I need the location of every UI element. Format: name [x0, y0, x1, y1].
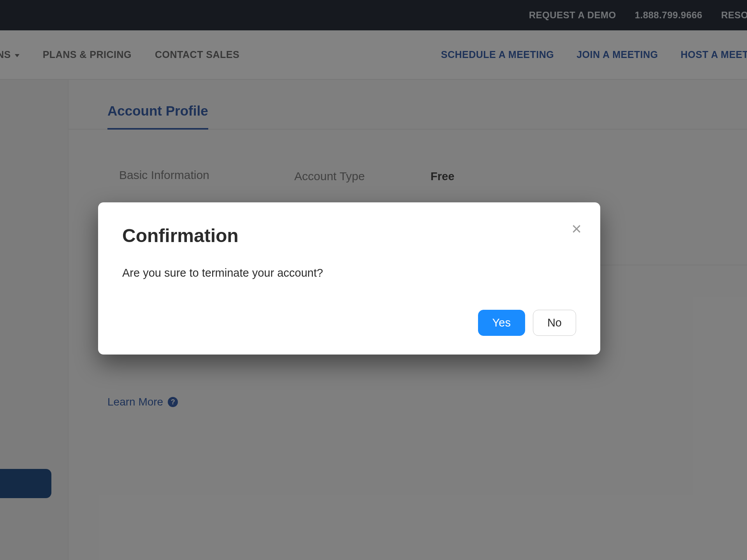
confirmation-modal: × Confirmation Are you sure to terminate…: [98, 202, 600, 355]
modal-overlay[interactable]: × Confirmation Are you sure to terminate…: [0, 0, 747, 560]
modal-footer: Yes No: [122, 310, 576, 336]
modal-body-text: Are you sure to terminate your account?: [122, 267, 576, 279]
close-icon[interactable]: ×: [571, 220, 582, 237]
yes-button[interactable]: Yes: [478, 310, 525, 336]
no-button[interactable]: No: [533, 310, 576, 336]
modal-title: Confirmation: [122, 225, 576, 246]
